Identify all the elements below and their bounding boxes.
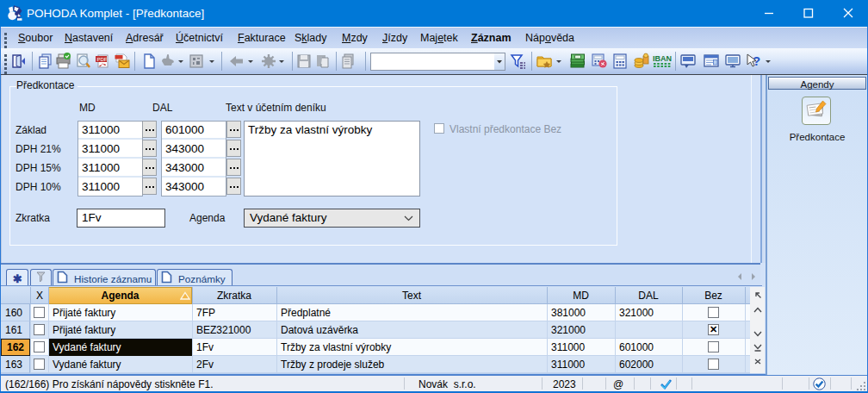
svg-text:IBAN: IBAN	[653, 54, 672, 63]
svg-text:PDF: PDF	[97, 57, 108, 62]
